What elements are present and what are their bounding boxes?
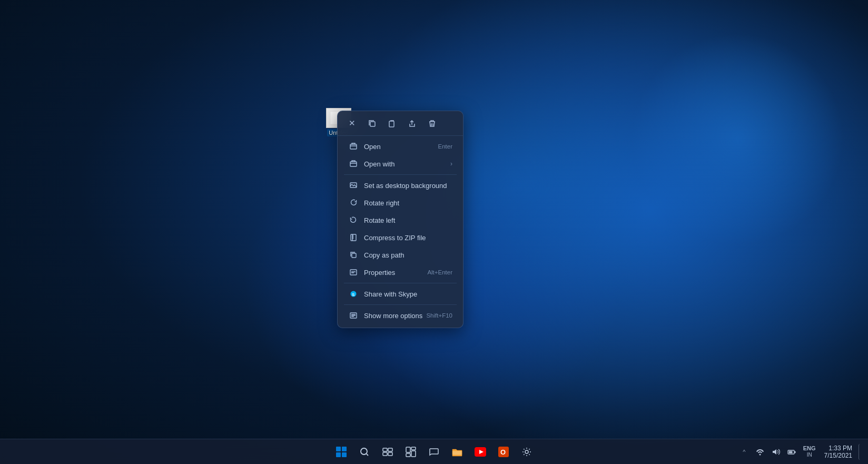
taskbar: O ^ <box>0 439 868 464</box>
svg-text:S: S <box>352 292 355 297</box>
menu-items-container: Open Enter Open with › Set as <box>338 138 463 324</box>
menu-item-rotate-right[interactable]: Rotate right <box>341 194 460 211</box>
separator-3 <box>344 304 457 305</box>
copy-button[interactable] <box>364 115 380 131</box>
lang-top: ENG <box>803 445 816 452</box>
rotate-right-icon <box>348 198 359 208</box>
tray-power-icon[interactable] <box>785 446 798 458</box>
share-button[interactable] <box>404 115 420 131</box>
open-with-arrow: › <box>450 160 452 167</box>
taskbar-settings-button[interactable] <box>516 441 537 462</box>
menu-item-set-background[interactable]: Set as desktop background <box>341 177 460 194</box>
clock-date: 7/15/2021 <box>824 452 852 459</box>
compress-zip-label: Compress to ZIP file <box>364 234 452 242</box>
compress-zip-icon <box>348 232 359 243</box>
set-background-label: Set as desktop background <box>364 182 452 190</box>
svg-rect-20 <box>383 452 387 456</box>
tray-chevron-button[interactable]: ^ <box>738 446 751 458</box>
open-with-label: Open with <box>364 160 450 168</box>
svg-point-32 <box>759 453 761 455</box>
svg-rect-4 <box>350 144 357 149</box>
taskbar-chat-button[interactable] <box>423 441 445 462</box>
share-skype-label: Share with Skype <box>364 290 452 298</box>
properties-label: Properties <box>364 269 427 277</box>
svg-point-31 <box>525 450 528 453</box>
paste-button[interactable] <box>384 115 400 131</box>
svg-rect-34 <box>788 451 792 453</box>
svg-rect-22 <box>406 447 410 452</box>
svg-rect-16 <box>342 452 347 457</box>
menu-item-share-skype[interactable]: S Share with Skype <box>341 285 460 302</box>
svg-rect-2 <box>370 122 375 126</box>
clock-time: 1:33 PM <box>828 445 852 452</box>
cut-button[interactable]: ✕ <box>344 115 360 131</box>
open-label: Open <box>364 143 438 151</box>
more-options-icon <box>348 310 359 321</box>
skype-icon: S <box>348 289 359 299</box>
svg-rect-14 <box>342 447 347 451</box>
svg-rect-21 <box>388 452 392 456</box>
delete-button[interactable] <box>424 115 440 131</box>
tray-network-icon[interactable] <box>754 446 766 458</box>
taskbar-task-view-button[interactable] <box>377 441 398 462</box>
svg-rect-24 <box>406 453 410 457</box>
menu-item-open-with[interactable]: Open with › <box>341 155 460 172</box>
menu-item-compress-zip[interactable]: Compress to ZIP file <box>341 229 460 246</box>
taskbar-widgets-button[interactable] <box>400 441 421 462</box>
context-menu: ✕ <box>337 111 463 328</box>
open-shortcut: Enter <box>438 143 453 150</box>
taskbar-file-explorer-button[interactable] <box>447 441 468 462</box>
menu-item-properties[interactable]: Properties Alt+Enter <box>341 264 460 281</box>
rotate-right-label: Rotate right <box>364 199 452 207</box>
separator-1 <box>344 174 457 175</box>
svg-rect-3 <box>389 121 394 127</box>
svg-rect-15 <box>336 452 341 457</box>
menu-item-rotate-left[interactable]: Rotate left <box>341 212 460 229</box>
svg-rect-13 <box>336 447 341 451</box>
svg-rect-19 <box>388 448 392 451</box>
svg-rect-23 <box>411 447 416 450</box>
tray-volume-icon[interactable] <box>770 446 782 458</box>
taskbar-start-button[interactable] <box>331 441 352 462</box>
separator-2 <box>344 283 457 283</box>
svg-rect-26 <box>452 451 462 455</box>
open-with-icon <box>348 159 359 169</box>
rotate-left-icon <box>348 215 359 225</box>
svg-rect-25 <box>411 451 416 457</box>
taskbar-center: O <box>331 441 537 462</box>
rotate-left-label: Rotate left <box>364 216 452 224</box>
menu-item-more-options[interactable]: Show more options Shift+F10 <box>341 307 460 324</box>
properties-shortcut: Alt+Enter <box>427 269 452 275</box>
svg-rect-8 <box>352 253 356 258</box>
svg-rect-18 <box>383 448 387 451</box>
set-background-icon <box>348 180 359 191</box>
svg-rect-9 <box>350 270 357 275</box>
copy-path-icon <box>348 250 359 260</box>
tray-language-indicator[interactable]: ENG IN <box>801 444 818 459</box>
menu-item-copy-path[interactable]: Copy as path <box>341 246 460 263</box>
open-icon <box>348 141 359 152</box>
svg-text:O: O <box>500 448 506 456</box>
lang-bottom: IN <box>807 452 812 458</box>
more-options-shortcut: Shift+F10 <box>426 312 452 319</box>
tray-show-desktop[interactable] <box>859 444 862 460</box>
properties-icon <box>348 267 359 278</box>
svg-rect-5 <box>350 162 357 166</box>
svg-point-17 <box>361 448 367 455</box>
tray-clock[interactable]: 1:33 PM 7/15/2021 <box>821 443 855 460</box>
copy-path-label: Copy as path <box>364 251 452 259</box>
more-options-label: Show more options <box>364 312 426 320</box>
menu-item-open[interactable]: Open Enter <box>341 138 460 155</box>
context-toolbar: ✕ <box>338 111 463 136</box>
taskbar-search-button[interactable] <box>354 441 375 462</box>
taskbar-office-button[interactable]: O <box>493 441 514 462</box>
system-tray: ^ ENG <box>738 443 862 460</box>
taskbar-youtube-button[interactable] <box>470 441 491 462</box>
